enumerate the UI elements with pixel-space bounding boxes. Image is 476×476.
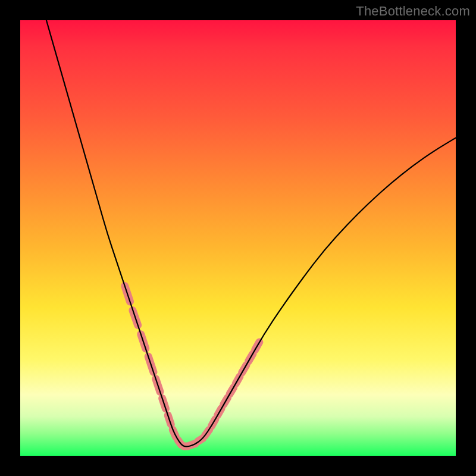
watermark-text: TheBottleneck.com xyxy=(356,4,470,19)
chart-overlay xyxy=(20,20,456,456)
plot-area xyxy=(20,20,456,456)
highlight-markers xyxy=(125,286,259,446)
chart-frame: TheBottleneck.com xyxy=(0,0,476,476)
bottleneck-curve xyxy=(46,20,456,446)
